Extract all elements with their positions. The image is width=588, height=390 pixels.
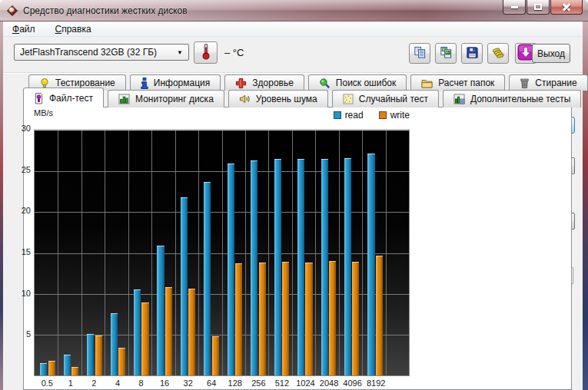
x-tick-label: 256 bbox=[246, 378, 271, 388]
minimize-button[interactable] bbox=[503, 0, 526, 15]
close-icon bbox=[562, 2, 571, 12]
monitor-icon bbox=[118, 94, 130, 104]
x-tick-label: 32 bbox=[176, 378, 201, 388]
file-test-icon bbox=[34, 92, 44, 104]
tab-label: Расчет папок bbox=[438, 78, 494, 88]
write-bar bbox=[235, 263, 242, 375]
speaker-icon bbox=[239, 94, 251, 104]
health-icon bbox=[235, 78, 247, 89]
legend-label: read bbox=[345, 110, 364, 121]
device-select[interactable]: JetFlashTranscend 32GB (32 ГБ) ▼ bbox=[14, 44, 189, 61]
tab-случайный-тест[interactable]: Случайный тест bbox=[332, 90, 439, 107]
write-bar bbox=[165, 287, 172, 375]
tab-мониторинг-диска[interactable]: Мониторинг диска bbox=[108, 90, 224, 107]
read-bar bbox=[274, 159, 281, 375]
write-bar bbox=[352, 262, 359, 375]
gridline-horizontal bbox=[35, 212, 409, 213]
x-tick-label: 8 bbox=[129, 378, 154, 388]
read-bar bbox=[40, 363, 47, 375]
app-icon bbox=[6, 5, 18, 17]
tab-файл-тест[interactable]: Файл-тест bbox=[23, 88, 104, 107]
folder-icon bbox=[421, 78, 433, 88]
write-bar bbox=[95, 335, 102, 375]
menu-item-help[interactable]: Справка bbox=[52, 23, 95, 35]
close-button[interactable] bbox=[550, 0, 583, 15]
tab-поиск-ошибок[interactable]: Поиск ошибок bbox=[308, 74, 407, 91]
chart-legend: readwrite bbox=[34, 110, 410, 121]
x-tick-label: 1024 bbox=[293, 378, 317, 388]
legend-item-write: write bbox=[379, 110, 410, 121]
x-tick-label: 0.5 bbox=[35, 378, 59, 388]
tab-label: Файл-тест bbox=[49, 93, 93, 104]
read-bar bbox=[181, 197, 188, 375]
legend-swatch bbox=[334, 111, 341, 119]
save-button[interactable] bbox=[461, 43, 483, 64]
x-tick-label: 64 bbox=[199, 378, 224, 388]
tab-label: Дополнительные тесты bbox=[470, 94, 570, 104]
tab-уровень-шума[interactable]: Уровень шума bbox=[228, 90, 328, 107]
read-bar bbox=[204, 182, 211, 375]
exit-button[interactable]: Выход bbox=[532, 44, 570, 63]
tab-label: Стирание bbox=[535, 78, 576, 88]
device-select-value: JetFlashTranscend 32GB (32 ГБ) bbox=[20, 47, 157, 58]
tab-расчет-папок[interactable]: Расчет папок bbox=[410, 74, 505, 91]
x-tick-label: 16 bbox=[152, 378, 177, 388]
temperature-button[interactable] bbox=[194, 41, 218, 64]
coins-button[interactable] bbox=[487, 43, 509, 64]
maximize-icon bbox=[534, 4, 542, 10]
copy-icon bbox=[414, 46, 427, 61]
gridline-horizontal bbox=[35, 171, 409, 172]
thermometer-icon bbox=[199, 43, 213, 62]
write-bar bbox=[48, 361, 55, 375]
read-bar bbox=[344, 158, 351, 375]
tab-label: Мониторинг диска bbox=[135, 94, 214, 104]
trash-icon bbox=[520, 78, 530, 89]
write-bar bbox=[329, 261, 336, 375]
x-tick-label: 8192 bbox=[364, 378, 388, 388]
toolbar-separator bbox=[3, 72, 583, 73]
temperature-value: – °C bbox=[224, 47, 244, 58]
tab-label: Информация bbox=[154, 78, 210, 88]
y-tick-label: 15 bbox=[11, 247, 31, 256]
legend-item-read: read bbox=[334, 110, 364, 121]
tab-label: Случайный тест bbox=[359, 94, 428, 104]
coins-icon bbox=[492, 46, 505, 61]
read-bar bbox=[321, 159, 328, 375]
write-bar bbox=[376, 256, 383, 375]
write-bar bbox=[188, 289, 195, 375]
menu-item-file[interactable]: Файл bbox=[9, 23, 38, 35]
app-window: Средство диагностики жестких дисков Файл… bbox=[0, 0, 588, 390]
write-bar bbox=[259, 263, 266, 375]
x-tick-label: 2048 bbox=[317, 378, 341, 388]
maximize-button[interactable] bbox=[527, 0, 550, 15]
x-tick-label: 4 bbox=[105, 378, 130, 388]
read-bar bbox=[87, 334, 94, 375]
read-bar bbox=[297, 159, 304, 375]
tab-информация[interactable]: Информация bbox=[130, 74, 221, 91]
save-icon bbox=[466, 46, 479, 61]
write-bar bbox=[282, 262, 289, 375]
copy-button[interactable] bbox=[409, 43, 430, 64]
x-tick-label: 2 bbox=[81, 378, 106, 388]
x-tick-label: 128 bbox=[223, 378, 247, 388]
write-bar bbox=[212, 336, 219, 375]
window-border-left bbox=[0, 21, 3, 390]
plot-area bbox=[34, 129, 410, 376]
write-bar bbox=[141, 302, 148, 375]
tab-label: Уровень шума bbox=[256, 94, 317, 104]
chevron-down-icon: ▼ bbox=[177, 49, 183, 56]
write-bar bbox=[118, 348, 125, 375]
y-tick-label: 10 bbox=[11, 289, 31, 298]
tab-стирание[interactable]: Стирание bbox=[509, 74, 587, 91]
y-tick-label: 30 bbox=[11, 124, 31, 133]
read-bar bbox=[134, 289, 141, 375]
read-bar bbox=[228, 164, 234, 375]
window-title: Средство диагностики жестких дисков bbox=[23, 5, 188, 16]
legend-swatch bbox=[379, 111, 387, 119]
copy-image-button[interactable] bbox=[435, 43, 457, 64]
tab-дополнительные-тесты[interactable]: Дополнительные тесты bbox=[443, 90, 581, 107]
info-icon bbox=[141, 78, 148, 89]
toolbar: JetFlashTranscend 32GB (32 ГБ) ▼ – °C Вы… bbox=[3, 38, 583, 71]
tab-здоровье[interactable]: Здоровье bbox=[224, 74, 304, 91]
tab-label: Здоровье bbox=[252, 78, 294, 88]
